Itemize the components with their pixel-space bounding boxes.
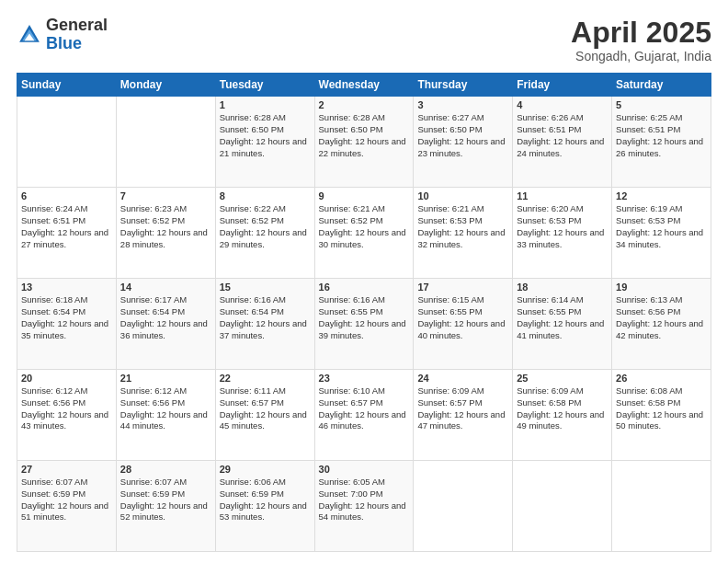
- page: General Blue April 2025 Songadh, Gujarat…: [0, 0, 728, 563]
- day-cell: 24Sunrise: 6:09 AMSunset: 6:57 PMDayligh…: [414, 370, 513, 461]
- day-cell: [612, 461, 711, 552]
- day-info: Sunrise: 6:06 AMSunset: 6:59 PMDaylight:…: [220, 477, 307, 522]
- day-cell: [17, 97, 117, 188]
- day-info: Sunrise: 6:05 AMSunset: 7:00 PMDaylight:…: [319, 477, 406, 522]
- day-cell: 21Sunrise: 6:12 AMSunset: 6:56 PMDayligh…: [116, 370, 215, 461]
- day-cell: [513, 461, 612, 552]
- day-number: 9: [319, 190, 410, 201]
- day-info: Sunrise: 6:28 AMSunset: 6:50 PMDaylight:…: [220, 112, 307, 157]
- day-cell: 26Sunrise: 6:08 AMSunset: 6:58 PMDayligh…: [612, 370, 711, 461]
- day-cell: 25Sunrise: 6:09 AMSunset: 6:58 PMDayligh…: [513, 370, 612, 461]
- day-cell: 20Sunrise: 6:12 AMSunset: 6:56 PMDayligh…: [17, 370, 117, 461]
- subtitle: Songadh, Gujarat, India: [571, 49, 711, 63]
- week-row-1: 1Sunrise: 6:28 AMSunset: 6:50 PMDaylight…: [17, 97, 711, 188]
- day-cell: 14Sunrise: 6:17 AMSunset: 6:54 PMDayligh…: [116, 279, 215, 370]
- day-info: Sunrise: 6:14 AMSunset: 6:55 PMDaylight:…: [517, 294, 604, 339]
- title-block: April 2025 Songadh, Gujarat, India: [571, 17, 711, 63]
- day-number: 6: [21, 190, 112, 201]
- day-cell: 8Sunrise: 6:22 AMSunset: 6:52 PMDaylight…: [215, 188, 314, 279]
- day-info: Sunrise: 6:24 AMSunset: 6:51 PMDaylight:…: [21, 203, 108, 248]
- day-cell: 27Sunrise: 6:07 AMSunset: 6:59 PMDayligh…: [17, 461, 117, 552]
- day-number: 4: [517, 99, 608, 110]
- day-info: Sunrise: 6:12 AMSunset: 6:56 PMDaylight:…: [120, 385, 208, 431]
- calendar-body: 1Sunrise: 6:28 AMSunset: 6:50 PMDaylight…: [17, 97, 711, 552]
- day-number: 25: [517, 373, 608, 384]
- day-cell: 16Sunrise: 6:16 AMSunset: 6:55 PMDayligh…: [314, 279, 414, 370]
- day-cell: [116, 97, 215, 188]
- day-number: 29: [220, 464, 311, 475]
- day-number: 14: [120, 282, 211, 293]
- day-cell: 12Sunrise: 6:19 AMSunset: 6:53 PMDayligh…: [612, 188, 711, 279]
- day-number: 12: [616, 190, 707, 201]
- column-header-tuesday: Tuesday: [215, 74, 314, 97]
- header: General Blue April 2025 Songadh, Gujarat…: [17, 17, 711, 63]
- week-row-5: 27Sunrise: 6:07 AMSunset: 6:59 PMDayligh…: [17, 461, 711, 552]
- main-title: April 2025: [571, 17, 711, 49]
- day-cell: 18Sunrise: 6:14 AMSunset: 6:55 PMDayligh…: [513, 279, 612, 370]
- day-number: 15: [220, 282, 311, 293]
- day-cell: 7Sunrise: 6:23 AMSunset: 6:52 PMDaylight…: [116, 188, 215, 279]
- day-cell: 19Sunrise: 6:13 AMSunset: 6:56 PMDayligh…: [612, 279, 711, 370]
- day-info: Sunrise: 6:22 AMSunset: 6:52 PMDaylight:…: [220, 203, 307, 248]
- day-number: 22: [220, 373, 311, 384]
- day-number: 16: [319, 282, 410, 293]
- day-cell: 2Sunrise: 6:28 AMSunset: 6:50 PMDaylight…: [314, 97, 414, 188]
- day-number: 23: [319, 373, 410, 384]
- column-header-wednesday: Wednesday: [314, 74, 414, 97]
- day-info: Sunrise: 6:09 AMSunset: 6:57 PMDaylight:…: [417, 385, 505, 431]
- day-cell: 5Sunrise: 6:25 AMSunset: 6:51 PMDaylight…: [612, 97, 711, 188]
- day-info: Sunrise: 6:23 AMSunset: 6:52 PMDaylight:…: [120, 203, 208, 248]
- day-cell: 29Sunrise: 6:06 AMSunset: 6:59 PMDayligh…: [215, 461, 314, 552]
- day-info: Sunrise: 6:08 AMSunset: 6:58 PMDaylight:…: [616, 385, 703, 431]
- day-info: Sunrise: 6:16 AMSunset: 6:55 PMDaylight:…: [319, 294, 406, 339]
- day-number: 5: [616, 99, 707, 110]
- day-info: Sunrise: 6:28 AMSunset: 6:50 PMDaylight:…: [319, 112, 406, 157]
- day-info: Sunrise: 6:13 AMSunset: 6:56 PMDaylight:…: [616, 294, 703, 339]
- week-row-4: 20Sunrise: 6:12 AMSunset: 6:56 PMDayligh…: [17, 370, 711, 461]
- logo: General Blue: [17, 17, 108, 53]
- logo-general: General: [46, 17, 108, 35]
- day-number: 21: [120, 373, 211, 384]
- week-row-3: 13Sunrise: 6:18 AMSunset: 6:54 PMDayligh…: [17, 279, 711, 370]
- column-header-thursday: Thursday: [414, 74, 513, 97]
- day-info: Sunrise: 6:07 AMSunset: 6:59 PMDaylight:…: [21, 477, 108, 522]
- day-number: 17: [417, 282, 508, 293]
- day-number: 19: [616, 282, 707, 293]
- day-cell: 30Sunrise: 6:05 AMSunset: 7:00 PMDayligh…: [314, 461, 414, 552]
- day-cell: 13Sunrise: 6:18 AMSunset: 6:54 PMDayligh…: [17, 279, 117, 370]
- day-info: Sunrise: 6:18 AMSunset: 6:54 PMDaylight:…: [21, 294, 108, 339]
- day-info: Sunrise: 6:21 AMSunset: 6:52 PMDaylight:…: [319, 203, 406, 248]
- day-info: Sunrise: 6:17 AMSunset: 6:54 PMDaylight:…: [120, 294, 208, 339]
- day-info: Sunrise: 6:21 AMSunset: 6:53 PMDaylight:…: [417, 203, 505, 248]
- day-info: Sunrise: 6:09 AMSunset: 6:58 PMDaylight:…: [517, 385, 604, 431]
- day-cell: 11Sunrise: 6:20 AMSunset: 6:53 PMDayligh…: [513, 188, 612, 279]
- column-header-friday: Friday: [513, 74, 612, 97]
- logo-text: General Blue: [46, 17, 108, 53]
- day-info: Sunrise: 6:07 AMSunset: 6:59 PMDaylight:…: [120, 477, 208, 522]
- day-info: Sunrise: 6:27 AMSunset: 6:50 PMDaylight:…: [417, 112, 505, 157]
- day-number: 28: [120, 464, 211, 475]
- column-header-saturday: Saturday: [612, 74, 711, 97]
- calendar-table: SundayMondayTuesdayWednesdayThursdayFrid…: [17, 73, 711, 552]
- day-number: 11: [517, 190, 608, 201]
- day-number: 8: [220, 190, 311, 201]
- column-header-monday: Monday: [116, 74, 215, 97]
- day-cell: 10Sunrise: 6:21 AMSunset: 6:53 PMDayligh…: [414, 188, 513, 279]
- day-cell: 15Sunrise: 6:16 AMSunset: 6:54 PMDayligh…: [215, 279, 314, 370]
- day-number: 10: [417, 190, 508, 201]
- day-number: 18: [517, 282, 608, 293]
- week-row-2: 6Sunrise: 6:24 AMSunset: 6:51 PMDaylight…: [17, 188, 711, 279]
- day-number: 2: [319, 99, 410, 110]
- day-cell: 1Sunrise: 6:28 AMSunset: 6:50 PMDaylight…: [215, 97, 314, 188]
- day-cell: 9Sunrise: 6:21 AMSunset: 6:52 PMDaylight…: [314, 188, 414, 279]
- day-cell: [414, 461, 513, 552]
- day-info: Sunrise: 6:15 AMSunset: 6:55 PMDaylight:…: [417, 294, 505, 339]
- day-info: Sunrise: 6:12 AMSunset: 6:56 PMDaylight:…: [21, 385, 108, 431]
- column-header-sunday: Sunday: [17, 74, 117, 97]
- day-cell: 3Sunrise: 6:27 AMSunset: 6:50 PMDaylight…: [414, 97, 513, 188]
- day-info: Sunrise: 6:11 AMSunset: 6:57 PMDaylight:…: [220, 385, 307, 431]
- day-number: 20: [21, 373, 112, 384]
- day-info: Sunrise: 6:25 AMSunset: 6:51 PMDaylight:…: [616, 112, 703, 157]
- day-cell: 23Sunrise: 6:10 AMSunset: 6:57 PMDayligh…: [314, 370, 414, 461]
- day-info: Sunrise: 6:26 AMSunset: 6:51 PMDaylight:…: [517, 112, 604, 157]
